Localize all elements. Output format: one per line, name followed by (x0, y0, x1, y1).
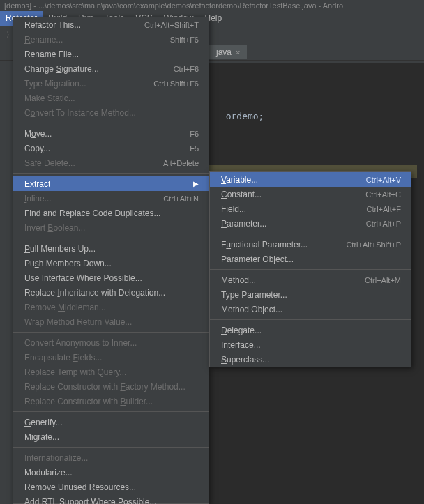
menu-item: Remove Middleman... (13, 300, 209, 314)
menu-item: Safe Delete...Alt+Delete (13, 155, 209, 170)
menu-item[interactable]: Type Parameter... (210, 287, 411, 302)
menu-item: Convert Anonymous to Inner... (13, 335, 209, 350)
menu-item-label: Replace Inheritance with Delegation... (24, 288, 165, 298)
menu-separator (13, 238, 209, 238)
menu-item-label: Make Static... (24, 93, 75, 103)
menu-item-label: Migrate... (24, 432, 59, 442)
menu-item-label: Replace Constructor with Factory Method.… (24, 382, 186, 392)
menu-item-label: Convert Anonymous to Inner... (24, 338, 137, 348)
menu-item-label: Pull Members Up... (24, 244, 96, 254)
menu-separator (13, 123, 209, 123)
menu-item: Wrap Method Return Value... (13, 314, 209, 329)
menu-item[interactable]: Pull Members Up... (13, 241, 209, 256)
menu-item-label: Internationalize... (24, 453, 88, 463)
menu-item-label: Type Parameter... (221, 290, 287, 300)
menu-item-label: Inline... (24, 194, 52, 204)
menu-item: Encapsulate Fields... (13, 350, 209, 365)
menu-item[interactable]: Add RTL Support Where Possible... (13, 494, 209, 504)
menu-shortcut: Ctrl+Shift+F6 (153, 79, 199, 88)
menu-item[interactable]: Field...Ctrl+Alt+F (210, 201, 411, 216)
menu-shortcut: Ctrl+Alt+N (163, 194, 199, 203)
menu-item-label: Rename... (24, 35, 63, 45)
menu-item-label: Rename File... (24, 49, 79, 59)
menu-item[interactable]: Variable...Ctrl+Alt+V (210, 172, 411, 187)
menu-item[interactable]: Delegate... (210, 323, 411, 337)
menu-item-label: Field... (221, 204, 246, 214)
tab-label: java (216, 47, 232, 57)
menu-item: Type Migration...Ctrl+Shift+F6 (13, 76, 209, 91)
menu-item-label: Invert Boolean... (24, 223, 85, 233)
chevron-right-icon: ▶ (193, 180, 199, 188)
menu-item-label: Remove Middleman... (24, 303, 106, 312)
menu-item[interactable]: Extract▶ (13, 176, 209, 191)
menu-item[interactable]: Rename File... (13, 47, 209, 61)
close-icon[interactable]: × (236, 48, 240, 56)
menu-item[interactable]: Find and Replace Code Duplicates... (13, 206, 209, 220)
menu-item-label: Parameter... (221, 219, 266, 229)
menu-separator (13, 447, 209, 448)
menu-shortcut: Ctrl+Alt+M (365, 276, 401, 284)
editor-tab[interactable]: java × (209, 45, 248, 59)
menu-item-label: Constant... (221, 190, 262, 199)
menu-shortcut: Alt+Delete (163, 159, 199, 167)
menu-item-label: Functional Parameter... (221, 240, 308, 250)
menu-item: Replace Temp with Query... (13, 365, 209, 379)
menu-item[interactable]: Replace Inheritance with Delegation... (13, 285, 209, 300)
menu-item: Rename...Shift+F6 (13, 32, 209, 47)
menu-item[interactable]: Migrate... (13, 429, 209, 444)
menu-item: Make Static... (13, 91, 209, 105)
menu-shortcut: Ctrl+Alt+Shift+T (144, 21, 199, 29)
menu-separator (210, 234, 411, 234)
menu-item[interactable]: Generify... (13, 415, 209, 429)
menu-item[interactable]: Change Signature...Ctrl+F6 (13, 61, 209, 76)
menu-separator (13, 411, 209, 412)
menu-item[interactable]: Interface... (210, 337, 411, 352)
menu-item[interactable]: Remove Unused Resources... (13, 480, 209, 494)
menu-item[interactable]: Copy...F5 (13, 141, 209, 155)
menu-item-label: Type Migration... (24, 79, 86, 89)
menu-item-label: Extract (24, 179, 50, 189)
menu-item[interactable]: Use Interface Where Possible... (13, 270, 209, 285)
menu-item: Convert To Instance Method... (13, 105, 209, 120)
menu-shortcut: Ctrl+Alt+P (366, 220, 401, 228)
menu-item[interactable]: Superclass... (210, 352, 411, 367)
menu-item[interactable]: Parameter Object... (210, 252, 411, 266)
menu-item-label: Convert To Instance Method... (24, 108, 136, 118)
menu-shortcut: Ctrl+Alt+V (366, 176, 401, 184)
menu-shortcut: Ctrl+F6 (174, 65, 199, 73)
menu-item-label: Modularize... (24, 468, 73, 478)
menu-shortcut: F5 (190, 144, 199, 153)
menu-item[interactable]: Method Object... (210, 302, 411, 316)
menu-item-label: Copy... (24, 144, 50, 153)
menu-shortcut: Shift+F6 (170, 36, 199, 44)
menu-item-label: Superclass... (221, 355, 269, 365)
extract-submenu-popup: Variable...Ctrl+Alt+VConstant...Ctrl+Alt… (209, 171, 411, 367)
menu-item-label: Interface... (221, 340, 261, 350)
menu-item[interactable]: Modularize... (13, 465, 209, 480)
menu-item-label: Method... (221, 275, 256, 285)
menu-item[interactable]: Functional Parameter...Ctrl+Alt+Shift+P (210, 237, 411, 252)
menu-item[interactable]: Push Members Down... (13, 256, 209, 270)
menu-item-label: Safe Delete... (24, 158, 75, 168)
menu-item-label: Encapsulate Fields... (24, 353, 102, 362)
menu-item-label: Push Members Down... (24, 259, 112, 268)
menu-item[interactable]: Refactor This...Ctrl+Alt+Shift+T (13, 17, 209, 32)
menu-item-label: Move... (24, 129, 52, 139)
menu-separator (13, 173, 209, 174)
menu-separator (13, 332, 209, 333)
menu-item-label: Refactor This... (24, 20, 81, 30)
menu-item-label: Replace Constructor with Builder... (24, 397, 153, 406)
menu-item-label: Use Interface Where Possible... (24, 273, 142, 283)
menu-item-label: Change Signature... (24, 64, 99, 74)
menu-item: Inline...Ctrl+Alt+N (13, 191, 209, 206)
menu-item[interactable]: Move...F6 (13, 126, 209, 141)
menu-item[interactable]: Method...Ctrl+Alt+M (210, 273, 411, 287)
menu-item-label: Method Object... (221, 305, 282, 314)
menu-item: Internationalize... (13, 450, 209, 465)
menu-item[interactable]: Parameter...Ctrl+Alt+P (210, 216, 411, 231)
menu-item[interactable]: Constant...Ctrl+Alt+C (210, 187, 411, 201)
menu-shortcut: Ctrl+Alt+F (366, 205, 401, 213)
gutter (0, 61, 13, 504)
menu-separator (210, 319, 411, 320)
menu-separator (210, 269, 411, 270)
